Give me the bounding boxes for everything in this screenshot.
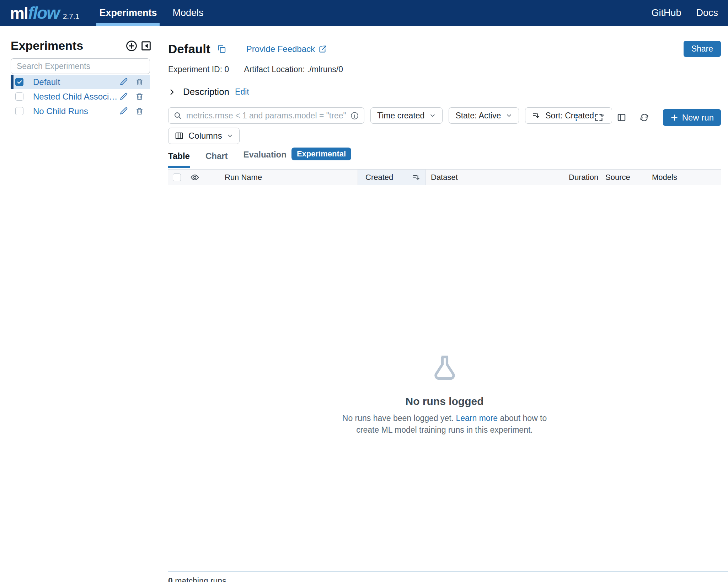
runs-table-header: Run Name Created Dataset Duration Source… <box>168 169 721 185</box>
eye-icon[interactable] <box>185 170 205 185</box>
search-icon <box>173 111 182 120</box>
top-navbar: ml flow 2.7.1 Experiments Models GitHub … <box>0 0 728 26</box>
plus-circle-icon <box>125 40 138 52</box>
tab-chart[interactable]: Chart <box>205 151 228 168</box>
experiment-link[interactable]: Nested Child Association <box>33 92 119 102</box>
version-label: 2.7.1 <box>63 12 80 21</box>
tab-evaluation-label: Evaluation <box>243 150 287 160</box>
artifact-location-label: Artifact Location: ./mlruns/0 <box>244 65 343 74</box>
provide-feedback-label: Provide Feedback <box>246 44 315 54</box>
mlflow-logo: ml flow 2.7.1 <box>10 3 79 23</box>
experiment-main-panel: Default Provide Feedback Share Experimen… <box>150 26 728 582</box>
columns-label: Columns <box>188 131 222 141</box>
refresh-icon[interactable] <box>639 113 649 122</box>
page-title: Default <box>168 42 210 56</box>
empty-text-pre: No runs have been logged yet. <box>342 413 456 423</box>
share-button[interactable]: Share <box>684 41 721 57</box>
created-column-label: Created <box>365 173 393 182</box>
external-link-icon <box>318 45 327 53</box>
fullscreen-icon[interactable] <box>594 113 604 122</box>
experiment-checkbox[interactable] <box>15 107 23 115</box>
experimental-badge: Experimental <box>291 148 351 160</box>
experiments-sidebar: Experiments <box>0 26 150 582</box>
docs-link[interactable]: Docs <box>696 7 718 18</box>
info-icon[interactable] <box>350 111 359 120</box>
chevron-right-icon[interactable] <box>168 88 176 96</box>
checkmark-icon <box>17 79 22 85</box>
chevron-down-icon <box>227 133 233 139</box>
experiment-row-no-child-runs[interactable]: No Child Runs <box>11 104 150 118</box>
experiment-checkbox[interactable] <box>15 78 23 86</box>
trash-icon[interactable] <box>135 78 144 86</box>
nav-tab-experiments[interactable]: Experiments <box>98 0 157 26</box>
empty-state-title: No runs logged <box>406 395 484 407</box>
trash-icon[interactable] <box>135 92 144 101</box>
columns-icon <box>175 131 184 140</box>
experiment-checkbox[interactable] <box>15 92 23 101</box>
experiment-id-label: Experiment ID: 0 <box>168 65 229 74</box>
empty-state-description: No runs have been logged yet. Learn more… <box>342 412 547 436</box>
empty-text-line2: create ML model training runs in this ex… <box>342 424 547 436</box>
sort-descending-icon[interactable] <box>412 173 421 182</box>
experiment-link[interactable]: Default <box>33 77 119 87</box>
sidebar-title: Experiments <box>11 39 83 53</box>
column-header-created[interactable]: Created <box>358 170 426 185</box>
sort-descending-icon <box>532 111 540 120</box>
experiment-row-default[interactable]: Default <box>11 75 150 89</box>
columns-dropdown[interactable]: Columns <box>168 128 240 144</box>
logo-ml-text: ml <box>10 4 28 23</box>
state-dropdown[interactable]: State: Active <box>449 107 519 124</box>
column-header-models[interactable]: Models <box>638 170 721 185</box>
overflow-menu-icon[interactable] <box>572 113 581 122</box>
learn-more-link[interactable]: Learn more <box>456 413 498 423</box>
matching-runs-status: 0 matching runs <box>168 576 226 582</box>
pencil-icon[interactable] <box>119 92 128 101</box>
column-header-dataset[interactable]: Dataset <box>426 170 564 185</box>
experiment-row-nested-child-association[interactable]: Nested Child Association <box>11 89 150 104</box>
empty-text-post: about how to <box>498 413 547 423</box>
view-tabs: Table Chart Evaluation Experimental <box>168 150 721 169</box>
runs-filter-input[interactable] <box>186 111 346 121</box>
description-label: Description <box>183 86 229 97</box>
copy-icon[interactable] <box>217 44 226 54</box>
column-header-run-name[interactable]: Run Name <box>205 170 358 185</box>
footer-divider <box>168 571 728 572</box>
column-header-duration[interactable]: Duration <box>564 170 600 185</box>
create-experiment-button[interactable] <box>125 40 138 52</box>
logo-flow-text: flow <box>28 3 59 23</box>
time-created-dropdown[interactable]: Time created <box>370 107 443 124</box>
description-edit-link[interactable]: Edit <box>235 87 249 97</box>
matching-runs-label: matching runs <box>173 576 226 582</box>
empty-state: No runs logged No runs have been logged … <box>168 353 721 436</box>
chevron-down-icon <box>429 112 436 119</box>
panel-icon[interactable] <box>617 113 626 122</box>
column-header-source[interactable]: Source <box>600 170 638 185</box>
nav-links: GitHub Docs <box>651 7 718 18</box>
runs-search-box[interactable] <box>168 107 364 124</box>
state-label: State: Active <box>455 111 501 121</box>
tab-table[interactable]: Table <box>168 151 190 168</box>
plus-icon <box>670 113 679 122</box>
select-all-checkbox[interactable] <box>173 173 181 181</box>
nav-tab-models[interactable]: Models <box>172 0 204 26</box>
new-run-button[interactable]: New run <box>663 109 721 126</box>
trash-icon[interactable] <box>135 107 144 115</box>
new-run-label: New run <box>682 113 714 123</box>
nav-tabs: Experiments Models <box>91 0 211 26</box>
flask-icon <box>431 353 459 382</box>
time-created-label: Time created <box>377 111 424 121</box>
github-link[interactable]: GitHub <box>651 7 681 18</box>
matching-runs-count: 0 <box>168 576 173 582</box>
chevron-down-icon <box>506 112 512 119</box>
provide-feedback-link[interactable]: Provide Feedback <box>246 44 327 54</box>
tab-evaluation[interactable]: Evaluation Experimental <box>243 150 352 169</box>
pencil-icon[interactable] <box>119 107 128 116</box>
experiments-list: Default Nested Child Association <box>11 75 150 118</box>
pencil-icon[interactable] <box>119 78 128 86</box>
experiment-link[interactable]: No Child Runs <box>33 106 119 116</box>
search-experiments-input[interactable] <box>11 58 150 74</box>
